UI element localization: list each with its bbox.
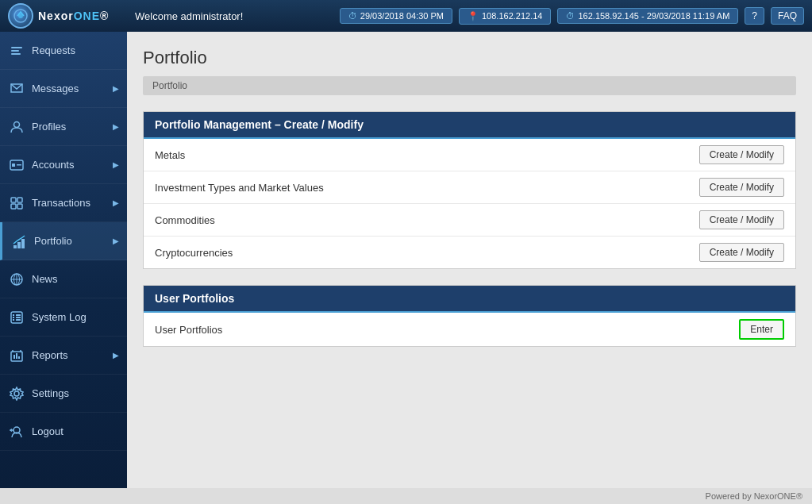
- accounts-icon: [8, 156, 25, 174]
- sidebar-label-accounts: Accounts: [32, 159, 106, 171]
- svg-rect-4: [11, 53, 21, 55]
- investment-types-label: Investment Types and Market Values: [155, 182, 324, 194]
- logo-text: NexorONE®: [38, 10, 109, 22]
- sidebar-item-reports[interactable]: Reports ▶: [0, 337, 127, 375]
- portfolio-management-header: Portfolio Management – Create / Modify: [144, 112, 795, 139]
- sidebar-label-logout: Logout: [32, 425, 119, 437]
- portfolio-management-section: Portfolio Management – Create / Modify M…: [143, 111, 796, 269]
- portfolio-arrow: ▶: [113, 237, 119, 245]
- svg-rect-13: [13, 245, 17, 248]
- svg-rect-12: [17, 204, 22, 209]
- user-portfolios-enter-button[interactable]: Enter: [739, 319, 784, 340]
- sidebar-label-portfolio: Portfolio: [34, 235, 106, 247]
- sidebar-label-messages: Messages: [32, 83, 106, 94]
- svg-rect-21: [13, 314, 14, 316]
- svg-rect-2: [11, 47, 22, 48]
- commodities-create-button[interactable]: Create / Modify: [699, 210, 784, 229]
- sidebar: Requests Messages ▶ Profiles ▶ Accounts …: [0, 32, 127, 488]
- breadcrumb: Portfolio: [143, 76, 796, 95]
- logout-icon: [8, 423, 25, 441]
- help-button[interactable]: ?: [745, 7, 764, 25]
- user-portfolios-section: User Portfolios User Portfolios Enter: [143, 285, 796, 347]
- app-header: NexorONE® Welcome administrator! ⏱ 29/03…: [0, 0, 812, 32]
- sidebar-item-system-log[interactable]: System Log: [0, 298, 127, 337]
- svg-rect-8: [17, 164, 21, 166]
- sidebar-item-messages[interactable]: Messages ▶: [0, 70, 127, 108]
- svg-rect-7: [12, 164, 15, 167]
- main-content: Portfolio Portfolio Portfolio Management…: [127, 32, 812, 488]
- sidebar-label-settings: Settings: [32, 387, 119, 399]
- svg-rect-9: [11, 198, 16, 202]
- commodities-row: Commodities Create / Modify: [144, 204, 795, 237]
- ip-value: 108.162.212.14: [482, 11, 542, 21]
- user-portfolios-label: User Portfolios: [155, 324, 222, 336]
- news-icon: [8, 271, 25, 288]
- svg-rect-15: [21, 239, 25, 248]
- metals-row: Metals Create / Modify: [144, 139, 795, 171]
- sidebar-item-news[interactable]: News: [0, 260, 127, 298]
- sidebar-item-settings[interactable]: Settings: [0, 375, 127, 413]
- user-portfolios-body: User Portfolios Enter: [144, 313, 795, 346]
- sidebar-label-profiles: Profiles: [32, 121, 106, 133]
- clock-icon: ⏱: [348, 11, 357, 21]
- transactions-arrow: ▶: [113, 198, 119, 207]
- svg-rect-30: [18, 356, 20, 359]
- svg-rect-3: [11, 50, 19, 52]
- svg-rect-23: [13, 317, 14, 318]
- footer-text: Powered by NexorONE®: [706, 491, 802, 501]
- svg-rect-10: [17, 198, 22, 202]
- session-value: 162.158.92.145 - 29/03/2018 11:19 AM: [578, 11, 729, 21]
- svg-rect-26: [16, 319, 21, 321]
- metals-label: Metals: [155, 149, 185, 161]
- page-title: Portfolio: [143, 48, 796, 68]
- svg-rect-25: [13, 319, 14, 321]
- system-log-icon: [8, 309, 25, 326]
- sidebar-label-news: News: [32, 273, 119, 285]
- svg-point-33: [14, 391, 19, 396]
- svg-rect-22: [16, 314, 21, 316]
- sidebar-label-transactions: Transactions: [32, 197, 106, 209]
- reports-arrow: ▶: [113, 351, 119, 360]
- sidebar-item-logout[interactable]: Logout: [0, 413, 127, 451]
- sidebar-item-portfolio[interactable]: Portfolio ▶: [0, 222, 127, 260]
- faq-button[interactable]: FAQ: [771, 7, 804, 25]
- sidebar-footer: [0, 451, 127, 488]
- sidebar-item-accounts[interactable]: Accounts ▶: [0, 146, 127, 184]
- sidebar-item-requests[interactable]: Requests: [0, 32, 127, 70]
- profiles-icon: [8, 118, 25, 136]
- portfolio-management-body: Metals Create / Modify Investment Types …: [144, 139, 795, 268]
- sidebar-item-transactions[interactable]: Transactions ▶: [0, 184, 127, 222]
- logo-area: NexorONE®: [8, 3, 127, 29]
- settings-icon: [8, 385, 25, 402]
- metals-create-button[interactable]: Create / Modify: [699, 145, 784, 164]
- portfolio-icon: [10, 233, 28, 250]
- app-footer: Powered by NexorONE®: [0, 488, 812, 504]
- location-icon: 📍: [468, 11, 479, 21]
- user-portfolios-header: User Portfolios: [144, 286, 795, 313]
- investment-types-create-button[interactable]: Create / Modify: [699, 178, 784, 197]
- datetime-value: 29/03/2018 04:30 PM: [360, 11, 444, 21]
- requests-icon: [8, 42, 25, 60]
- session-badge: ⏱ 162.158.92.145 - 29/03/2018 11:19 AM: [557, 8, 738, 24]
- header-badges: ⏱ 29/03/2018 04:30 PM 📍 108.162.212.14 ⏱…: [340, 7, 804, 25]
- svg-point-5: [14, 121, 20, 127]
- svg-rect-14: [17, 242, 21, 248]
- investment-types-row: Investment Types and Market Values Creat…: [144, 171, 795, 204]
- datetime-badge: ⏱ 29/03/2018 04:30 PM: [340, 8, 452, 24]
- accounts-arrow: ▶: [113, 160, 119, 169]
- user-portfolios-row: User Portfolios Enter: [144, 313, 795, 346]
- transactions-icon: [8, 194, 25, 212]
- messages-arrow: ▶: [113, 84, 119, 93]
- sidebar-item-profiles[interactable]: Profiles ▶: [0, 108, 127, 146]
- session-clock-icon: ⏱: [566, 11, 575, 21]
- svg-rect-24: [16, 317, 21, 318]
- cryptocurrencies-row: Cryptocurrencies Create / Modify: [144, 237, 795, 268]
- sidebar-label-requests: Requests: [32, 44, 119, 56]
- profiles-arrow: ▶: [113, 122, 119, 131]
- cryptocurrencies-create-button[interactable]: Create / Modify: [699, 243, 784, 262]
- svg-rect-11: [11, 204, 16, 209]
- commodities-label: Commodities: [155, 214, 215, 226]
- svg-rect-29: [16, 353, 17, 359]
- sidebar-label-reports: Reports: [32, 349, 106, 361]
- sidebar-label-system-log: System Log: [32, 311, 119, 323]
